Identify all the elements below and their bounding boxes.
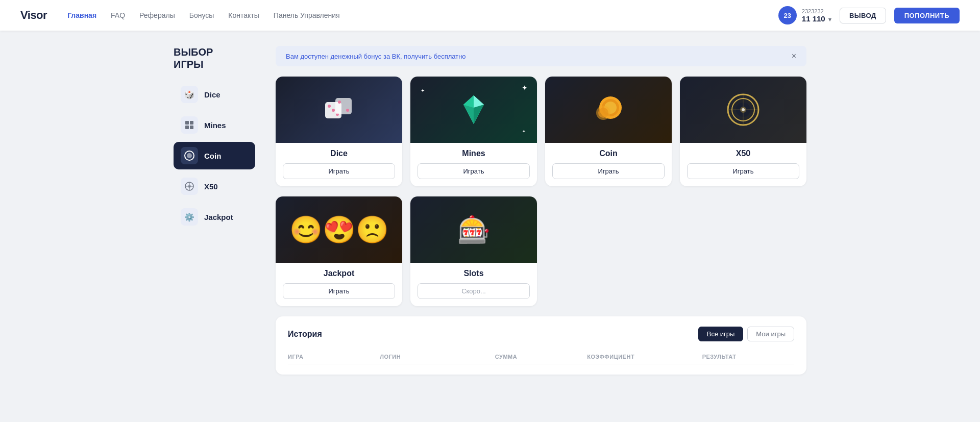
chevron-down-icon: ▾ (828, 16, 831, 22)
game-image-coin (545, 77, 672, 143)
game-name-jackpot: Jackpot (283, 269, 395, 278)
game-image-dice (276, 77, 402, 143)
svg-point-33 (742, 108, 745, 111)
nav-panel[interactable]: Панель Управления (274, 11, 340, 19)
svg-rect-1 (190, 121, 193, 125)
sidebar-item-dice[interactable]: 🎲 Dice (174, 81, 255, 108)
game-info-dice: Dice Играть (276, 143, 402, 186)
slots-emoji-icon: 🎰 (457, 214, 491, 245)
nav: Главная FAQ Рефералы Бонусы Контакты Пан… (67, 11, 778, 19)
play-x50-button[interactable]: Играть (687, 163, 799, 179)
game-name-slots: Slots (418, 269, 530, 278)
game-grid-row1: Dice Играть ✦ ✦ ✦ (276, 77, 806, 186)
game-info-x50: X50 Играть (680, 143, 806, 186)
tab-my-games[interactable]: Мои игры (747, 327, 794, 341)
game-image-jackpot: 😊😍🙁 (276, 196, 402, 263)
user-id: 2323232 (802, 8, 824, 14)
svg-point-15 (338, 101, 341, 104)
svg-marker-20 (463, 105, 474, 124)
svg-rect-3 (190, 126, 193, 129)
balance-amount: 11 110 ▾ (802, 14, 831, 23)
game-name-coin: Coin (552, 149, 665, 158)
col-sum: СУММА (495, 354, 587, 360)
play-jackpot-button[interactable]: Играть (283, 283, 395, 299)
sidebar-item-jackpot[interactable]: ⚙️ Jackpot (174, 203, 255, 231)
nav-bonuses[interactable]: Бонусы (189, 11, 214, 19)
header-right: 23 2323232 11 110 ▾ ВЫВОД ПОПОЛНИТЬ (778, 6, 960, 24)
sidebar-item-x50[interactable]: X50 (174, 172, 255, 200)
coin-sidebar-icon (181, 147, 198, 164)
nav-home[interactable]: Главная (67, 11, 96, 19)
coin-icon (591, 92, 626, 127)
sidebar-label-mines: Mines (204, 121, 226, 130)
col-coeff: КОЭФФИЦИЕНТ (587, 354, 702, 360)
game-card-dice: Dice Играть (276, 77, 402, 186)
x50-sidebar-icon (181, 178, 198, 195)
sidebar-item-coin[interactable]: Coin (174, 142, 255, 169)
logo: Visor (20, 9, 47, 22)
nav-faq[interactable]: FAQ (111, 11, 125, 19)
col-login: ЛОГИН (380, 354, 495, 360)
x50-icon (725, 92, 761, 128)
sidebar-label-jackpot: Jackpot (204, 213, 233, 221)
main-layout: ВЫБОРИГРЫ 🎲 Dice Mines (143, 31, 837, 390)
history-tabs: Все игры Мои игры (698, 327, 794, 341)
slots-soon-button: Скоро... (418, 283, 530, 299)
game-info-coin: Coin Играть (545, 143, 672, 186)
content: Вам доступен денежный бонус за ВК, получ… (276, 46, 806, 375)
game-card-coin: Coin Играть (545, 77, 672, 186)
sidebar-label-x50: X50 (204, 182, 218, 191)
gem-icon (455, 91, 492, 128)
sidebar-label-dice: Dice (204, 90, 220, 99)
user-balance[interactable]: 23 2323232 11 110 ▾ (778, 6, 831, 24)
dice-sidebar-icon: 🎲 (181, 86, 198, 103)
dice-icon (321, 92, 357, 128)
game-card-slots: 🎰 Slots Скоро... (410, 196, 537, 306)
history-section: История Все игры Мои игры ИГРА ЛОГИН СУМ… (276, 316, 806, 375)
game-info-slots: Slots Скоро... (410, 263, 537, 306)
game-image-slots: 🎰 (410, 196, 537, 263)
game-info-jackpot: Jackpot Играть (276, 263, 402, 306)
game-image-mines: ✦ ✦ ✦ (410, 77, 537, 143)
game-card-mines: ✦ ✦ ✦ Mines Играть (410, 77, 537, 186)
withdraw-button[interactable]: ВЫВОД (840, 8, 886, 23)
game-name-x50: X50 (687, 149, 799, 158)
play-mines-button[interactable]: Играть (418, 163, 530, 179)
svg-rect-2 (185, 126, 189, 129)
svg-point-5 (187, 153, 192, 158)
history-header: История Все игры Мои игры (288, 327, 794, 341)
banner: Вам доступен денежный бонус за ВК, получ… (276, 46, 806, 66)
svg-marker-21 (474, 105, 484, 124)
sidebar: ВЫБОРИГРЫ 🎲 Dice Mines (174, 46, 255, 375)
nav-contacts[interactable]: Контакты (228, 11, 259, 19)
balance-info: 2323232 11 110 ▾ (802, 8, 831, 23)
sidebar-title: ВЫБОРИГРЫ (174, 46, 255, 70)
game-name-dice: Dice (283, 149, 395, 158)
play-coin-button[interactable]: Играть (552, 163, 665, 179)
svg-point-16 (346, 109, 349, 112)
svg-rect-0 (185, 121, 189, 125)
game-name-mines: Mines (418, 149, 530, 158)
mines-sidebar-icon (181, 116, 198, 134)
nav-referrals[interactable]: Рефералы (139, 11, 175, 19)
play-dice-button[interactable]: Играть (283, 163, 395, 179)
jackpot-sidebar-icon: ⚙️ (181, 208, 198, 226)
game-image-x50 (680, 77, 806, 143)
deposit-button[interactable]: ПОПОЛНИТЬ (894, 8, 960, 23)
game-card-jackpot: 😊😍🙁 Jackpot Играть (276, 196, 402, 306)
game-info-mines: Mines Играть (410, 143, 537, 186)
avatar: 23 (778, 6, 797, 24)
tab-all-games[interactable]: Все игры (698, 327, 744, 341)
sidebar-item-mines[interactable]: Mines (174, 111, 255, 139)
jackpot-emoji-icon: 😊😍🙁 (289, 214, 389, 245)
svg-point-13 (332, 109, 335, 112)
svg-point-26 (598, 108, 608, 118)
col-game: ИГРА (288, 354, 380, 360)
col-result: РЕЗУЛЬТАТ (702, 354, 794, 360)
game-grid-row2: 😊😍🙁 Jackpot Играть 🎰 Slots Скоро... (276, 196, 806, 306)
history-title: История (288, 330, 322, 339)
game-card-x50: X50 Играть (680, 77, 806, 186)
banner-close-button[interactable]: × (792, 52, 796, 60)
history-columns: ИГРА ЛОГИН СУММА КОЭФФИЦИЕНТ РЕЗУЛЬТАТ (288, 350, 794, 364)
svg-rect-14 (335, 98, 352, 114)
